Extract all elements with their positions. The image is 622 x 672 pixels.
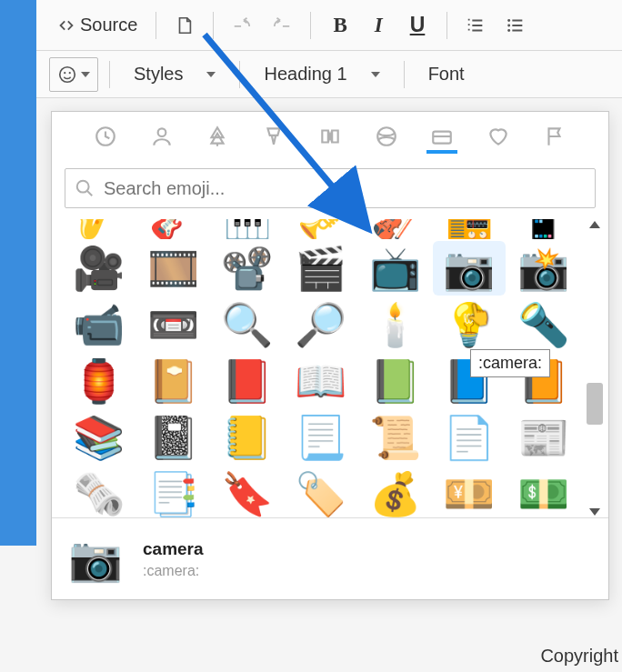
emoji-search-wrap [52,161,608,219]
category-activity[interactable] [371,123,402,154]
toolbar-row-2: Styles Heading 1 Font [36,51,622,98]
emoji-item[interactable]: 📻 [433,219,505,239]
undo-button[interactable] [225,8,259,43]
category-people[interactable] [146,123,177,154]
chevron-down-icon [81,72,90,77]
emoji-item[interactable]: 📒 [211,410,283,465]
preview-emoji-name: camera [143,539,204,559]
emoji-item[interactable]: 📃 [285,410,356,465]
emoji-item[interactable]: 💴 [433,466,505,517]
emoji-item[interactable]: 📑 [136,466,208,517]
emoji-item[interactable]: 📖 [285,354,356,408]
emoji-preview: 📷 camera :camera: [52,517,608,599]
emoji-item[interactable]: 📜 [359,410,431,465]
emoji-item[interactable]: 🎸 [136,219,208,239]
emoji-item[interactable]: 🎞️ [136,241,208,296]
redo-button[interactable] [265,8,299,43]
emoji-category-tabs [52,112,608,161]
emoji-item[interactable]: 📗 [359,354,431,408]
emoji-item[interactable]: 📚 [63,410,135,465]
bullet-list-button[interactable] [498,8,533,43]
scrollbar-thumb[interactable] [587,383,603,425]
toolbar-separator [213,12,214,39]
underline-button[interactable]: U [399,13,436,37]
emoji-item[interactable]: 🕯️ [359,297,431,352]
category-food[interactable] [258,123,289,154]
toolbar-separator [109,61,110,88]
font-label: Font [428,64,465,85]
emoji-scrollbar[interactable] [585,219,605,517]
new-page-button[interactable] [167,8,202,43]
emoji-item[interactable]: 🔎 [285,297,356,352]
emoji-item[interactable]: 🔖 [211,466,283,517]
font-dropdown[interactable]: Font [416,57,477,92]
emoji-item[interactable]: 🎥 [63,241,135,296]
svg-point-10 [77,181,89,193]
emoji-item[interactable]: 🎬 [285,241,356,296]
styles-dropdown[interactable]: Styles [121,57,228,92]
chevron-down-icon [371,72,380,77]
svg-point-7 [157,128,166,136]
toolbar-separator [310,12,311,39]
preview-emoji-glyph: 📷 [68,533,123,585]
copyright-text: Copyright [540,646,618,667]
emoji-item[interactable]: 📄 [433,410,505,465]
category-objects[interactable] [426,123,457,154]
emoji-item[interactable]: 🔍 [211,297,283,352]
emoji-item[interactable]: 📕 [211,354,283,408]
paragraph-format-dropdown[interactable]: Heading 1 [251,57,392,92]
emoji-item[interactable]: 📽️ [211,241,283,296]
toolbar-separator [239,61,240,88]
svg-point-4 [64,72,65,74]
search-icon [75,178,95,198]
numbered-list-button[interactable] [458,8,493,43]
bold-button[interactable]: B [322,14,357,37]
emoji-search-input[interactable] [104,178,586,199]
styles-label: Styles [134,64,183,85]
svg-point-5 [69,72,71,74]
emoji-item[interactable]: 💵 [507,466,579,517]
svg-point-2 [507,29,510,32]
emoji-item[interactable]: 🔦 [507,297,579,352]
toolbar-separator [156,12,156,39]
italic-button[interactable]: I [364,14,394,37]
emoji-tooltip: :camera: [470,349,550,377]
emoji-item[interactable]: 📷 [433,241,505,296]
emoji-item[interactable]: 📺 [359,241,431,296]
emoji-item[interactable]: 🎷 [63,219,135,239]
source-label: Source [80,15,137,35]
editor-toolbar-area: Source B I U Styles [36,0,622,98]
svg-point-0 [507,19,510,22]
emoji-item[interactable]: 🎹 [211,219,283,239]
category-symbols[interactable] [483,123,514,154]
emoji-item[interactable]: 📼 [136,297,208,352]
emoji-search[interactable] [65,168,596,208]
sidebar [0,0,36,546]
category-recent[interactable] [90,123,121,154]
emoji-item[interactable]: 📔 [136,354,208,408]
emoji-item[interactable]: 🎺 [285,219,356,239]
emoji-item[interactable]: 📹 [63,297,135,352]
emoji-item[interactable]: 🗞️ [63,466,135,517]
emoji-item[interactable]: 📸 [507,241,579,296]
chevron-down-icon [206,72,216,77]
emoji-item[interactable]: 📰 [507,410,579,465]
emoji-item[interactable]: 🏷️ [285,466,356,517]
toolbar-separator [446,12,447,39]
format-label: Heading 1 [264,64,346,85]
svg-point-3 [60,66,75,82]
source-button[interactable]: Source [49,8,145,43]
category-nature[interactable] [202,123,233,154]
emoji-item[interactable]: 📓 [136,410,208,465]
emoji-item[interactable]: 💡 [433,297,505,352]
preview-emoji-code: :camera: [143,563,204,579]
emoji-item[interactable]: 🎻 [359,219,431,239]
emoji-item[interactable]: 💰 [359,466,431,517]
emoji-item[interactable]: 🏮 [63,354,135,408]
toolbar-separator [404,61,405,88]
category-travel[interactable] [315,123,346,154]
emoji-item[interactable]: 📱 [507,219,579,239]
emoji-picker-button[interactable] [49,57,98,92]
category-flags[interactable] [539,123,570,154]
svg-point-1 [507,24,510,26]
